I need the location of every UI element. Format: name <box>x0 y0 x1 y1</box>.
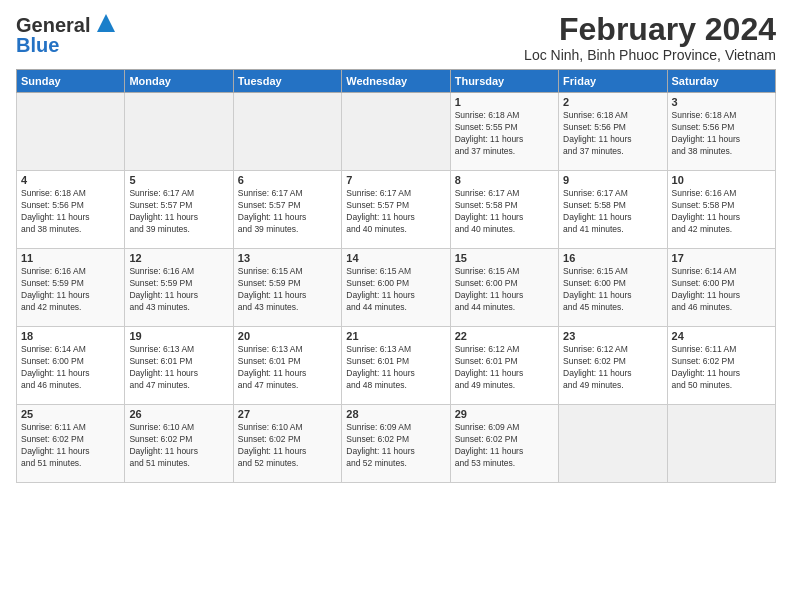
week-row-1: 1Sunrise: 6:18 AM Sunset: 5:55 PM Daylig… <box>17 93 776 171</box>
day-info: Sunrise: 6:10 AM Sunset: 6:02 PM Dayligh… <box>129 422 228 470</box>
day-cell: 8Sunrise: 6:17 AM Sunset: 5:58 PM Daylig… <box>450 171 558 249</box>
day-number: 1 <box>455 96 554 108</box>
day-info: Sunrise: 6:13 AM Sunset: 6:01 PM Dayligh… <box>346 344 445 392</box>
day-number: 7 <box>346 174 445 186</box>
day-cell <box>233 93 341 171</box>
day-cell: 19Sunrise: 6:13 AM Sunset: 6:01 PM Dayli… <box>125 327 233 405</box>
day-cell: 4Sunrise: 6:18 AM Sunset: 5:56 PM Daylig… <box>17 171 125 249</box>
day-number: 29 <box>455 408 554 420</box>
day-cell: 11Sunrise: 6:16 AM Sunset: 5:59 PM Dayli… <box>17 249 125 327</box>
title-section: February 2024 Loc Ninh, Binh Phuoc Provi… <box>524 12 776 63</box>
calendar-table: SundayMondayTuesdayWednesdayThursdayFrid… <box>16 69 776 483</box>
day-info: Sunrise: 6:17 AM Sunset: 5:57 PM Dayligh… <box>129 188 228 236</box>
day-cell: 13Sunrise: 6:15 AM Sunset: 5:59 PM Dayli… <box>233 249 341 327</box>
day-info: Sunrise: 6:16 AM Sunset: 5:59 PM Dayligh… <box>129 266 228 314</box>
day-info: Sunrise: 6:18 AM Sunset: 5:55 PM Dayligh… <box>455 110 554 158</box>
day-number: 19 <box>129 330 228 342</box>
day-cell: 9Sunrise: 6:17 AM Sunset: 5:58 PM Daylig… <box>559 171 667 249</box>
day-info: Sunrise: 6:14 AM Sunset: 6:00 PM Dayligh… <box>21 344 120 392</box>
day-number: 13 <box>238 252 337 264</box>
week-row-5: 25Sunrise: 6:11 AM Sunset: 6:02 PM Dayli… <box>17 405 776 483</box>
day-info: Sunrise: 6:10 AM Sunset: 6:02 PM Dayligh… <box>238 422 337 470</box>
day-cell: 7Sunrise: 6:17 AM Sunset: 5:57 PM Daylig… <box>342 171 450 249</box>
day-cell <box>667 405 775 483</box>
day-number: 2 <box>563 96 662 108</box>
day-info: Sunrise: 6:18 AM Sunset: 5:56 PM Dayligh… <box>563 110 662 158</box>
day-cell: 6Sunrise: 6:17 AM Sunset: 5:57 PM Daylig… <box>233 171 341 249</box>
day-number: 20 <box>238 330 337 342</box>
day-number: 4 <box>21 174 120 186</box>
day-cell: 10Sunrise: 6:16 AM Sunset: 5:58 PM Dayli… <box>667 171 775 249</box>
day-cell: 1Sunrise: 6:18 AM Sunset: 5:55 PM Daylig… <box>450 93 558 171</box>
day-cell: 28Sunrise: 6:09 AM Sunset: 6:02 PM Dayli… <box>342 405 450 483</box>
day-cell <box>17 93 125 171</box>
logo: General Blue <box>16 12 117 57</box>
day-header-saturday: Saturday <box>667 70 775 93</box>
svg-marker-0 <box>97 14 115 32</box>
page-container: General Blue February 2024 Loc Ninh, Bin… <box>0 0 792 491</box>
day-info: Sunrise: 6:09 AM Sunset: 6:02 PM Dayligh… <box>346 422 445 470</box>
day-info: Sunrise: 6:14 AM Sunset: 6:00 PM Dayligh… <box>672 266 771 314</box>
day-cell: 23Sunrise: 6:12 AM Sunset: 6:02 PM Dayli… <box>559 327 667 405</box>
day-header-tuesday: Tuesday <box>233 70 341 93</box>
day-info: Sunrise: 6:15 AM Sunset: 5:59 PM Dayligh… <box>238 266 337 314</box>
day-cell <box>342 93 450 171</box>
day-number: 9 <box>563 174 662 186</box>
day-cell: 27Sunrise: 6:10 AM Sunset: 6:02 PM Dayli… <box>233 405 341 483</box>
day-info: Sunrise: 6:17 AM Sunset: 5:58 PM Dayligh… <box>455 188 554 236</box>
day-number: 5 <box>129 174 228 186</box>
day-info: Sunrise: 6:15 AM Sunset: 6:00 PM Dayligh… <box>455 266 554 314</box>
day-cell: 18Sunrise: 6:14 AM Sunset: 6:00 PM Dayli… <box>17 327 125 405</box>
week-row-4: 18Sunrise: 6:14 AM Sunset: 6:00 PM Dayli… <box>17 327 776 405</box>
day-info: Sunrise: 6:18 AM Sunset: 5:56 PM Dayligh… <box>21 188 120 236</box>
day-number: 23 <box>563 330 662 342</box>
day-info: Sunrise: 6:15 AM Sunset: 6:00 PM Dayligh… <box>346 266 445 314</box>
day-info: Sunrise: 6:12 AM Sunset: 6:01 PM Dayligh… <box>455 344 554 392</box>
day-number: 10 <box>672 174 771 186</box>
day-number: 12 <box>129 252 228 264</box>
week-row-3: 11Sunrise: 6:16 AM Sunset: 5:59 PM Dayli… <box>17 249 776 327</box>
day-info: Sunrise: 6:17 AM Sunset: 5:57 PM Dayligh… <box>238 188 337 236</box>
day-info: Sunrise: 6:11 AM Sunset: 6:02 PM Dayligh… <box>21 422 120 470</box>
day-cell: 25Sunrise: 6:11 AM Sunset: 6:02 PM Dayli… <box>17 405 125 483</box>
day-number: 28 <box>346 408 445 420</box>
day-number: 6 <box>238 174 337 186</box>
day-info: Sunrise: 6:13 AM Sunset: 6:01 PM Dayligh… <box>129 344 228 392</box>
day-info: Sunrise: 6:17 AM Sunset: 5:57 PM Dayligh… <box>346 188 445 236</box>
day-number: 15 <box>455 252 554 264</box>
day-cell: 29Sunrise: 6:09 AM Sunset: 6:02 PM Dayli… <box>450 405 558 483</box>
day-info: Sunrise: 6:16 AM Sunset: 5:59 PM Dayligh… <box>21 266 120 314</box>
day-number: 8 <box>455 174 554 186</box>
week-row-2: 4Sunrise: 6:18 AM Sunset: 5:56 PM Daylig… <box>17 171 776 249</box>
day-cell: 22Sunrise: 6:12 AM Sunset: 6:01 PM Dayli… <box>450 327 558 405</box>
day-header-wednesday: Wednesday <box>342 70 450 93</box>
day-cell <box>559 405 667 483</box>
day-cell: 3Sunrise: 6:18 AM Sunset: 5:56 PM Daylig… <box>667 93 775 171</box>
day-number: 14 <box>346 252 445 264</box>
day-info: Sunrise: 6:18 AM Sunset: 5:56 PM Dayligh… <box>672 110 771 158</box>
logo-icon <box>95 12 117 38</box>
day-cell: 17Sunrise: 6:14 AM Sunset: 6:00 PM Dayli… <box>667 249 775 327</box>
day-info: Sunrise: 6:15 AM Sunset: 6:00 PM Dayligh… <box>563 266 662 314</box>
day-cell: 16Sunrise: 6:15 AM Sunset: 6:00 PM Dayli… <box>559 249 667 327</box>
day-cell: 5Sunrise: 6:17 AM Sunset: 5:57 PM Daylig… <box>125 171 233 249</box>
day-cell: 12Sunrise: 6:16 AM Sunset: 5:59 PM Dayli… <box>125 249 233 327</box>
day-cell: 20Sunrise: 6:13 AM Sunset: 6:01 PM Dayli… <box>233 327 341 405</box>
day-number: 27 <box>238 408 337 420</box>
day-header-monday: Monday <box>125 70 233 93</box>
day-number: 24 <box>672 330 771 342</box>
day-number: 22 <box>455 330 554 342</box>
day-number: 21 <box>346 330 445 342</box>
day-header-friday: Friday <box>559 70 667 93</box>
day-info: Sunrise: 6:17 AM Sunset: 5:58 PM Dayligh… <box>563 188 662 236</box>
day-cell: 14Sunrise: 6:15 AM Sunset: 6:00 PM Dayli… <box>342 249 450 327</box>
day-cell: 21Sunrise: 6:13 AM Sunset: 6:01 PM Dayli… <box>342 327 450 405</box>
day-info: Sunrise: 6:09 AM Sunset: 6:02 PM Dayligh… <box>455 422 554 470</box>
day-header-sunday: Sunday <box>17 70 125 93</box>
logo-blue: Blue <box>16 34 59 57</box>
day-info: Sunrise: 6:12 AM Sunset: 6:02 PM Dayligh… <box>563 344 662 392</box>
location-title: Loc Ninh, Binh Phuoc Province, Vietnam <box>524 47 776 63</box>
day-number: 11 <box>21 252 120 264</box>
day-number: 3 <box>672 96 771 108</box>
day-cell: 2Sunrise: 6:18 AM Sunset: 5:56 PM Daylig… <box>559 93 667 171</box>
